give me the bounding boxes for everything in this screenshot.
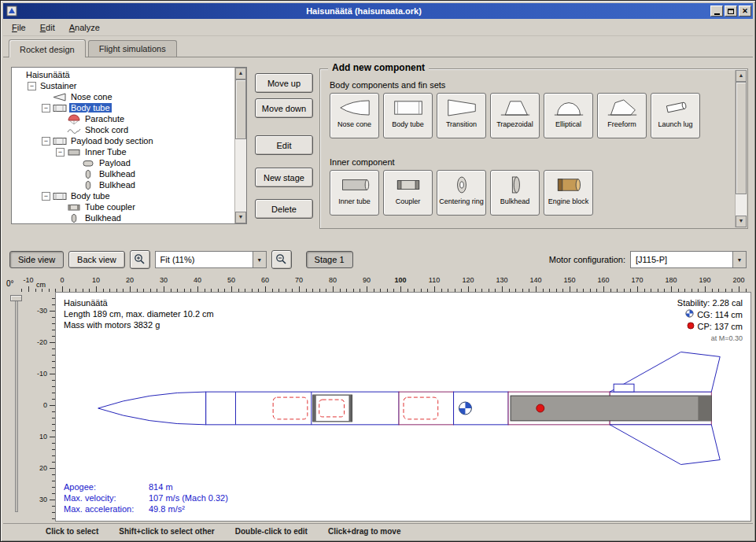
close-button[interactable]: ✕ [739, 6, 751, 17]
menu-file[interactable]: File [5, 20, 33, 35]
stage-1-button[interactable]: Stage 1 [306, 251, 353, 268]
minimize-button[interactable] [710, 6, 723, 17]
rotation-slider-thumb[interactable] [10, 295, 22, 301]
status-hint: Click to select [46, 527, 98, 536]
coupler-section-shape[interactable] [399, 392, 454, 425]
flight-data-label: Apogee: [64, 481, 149, 492]
scrollbar-thumb[interactable] [235, 79, 246, 139]
cg-symbol[interactable] [459, 402, 472, 415]
tab-flight-simulations[interactable]: Flight simulations [88, 40, 177, 57]
tree-item-nose-cone[interactable]: Nose cone [12, 91, 234, 102]
zoom-out-icon [275, 253, 287, 267]
ruler-tick [739, 286, 739, 292]
rotation-slider[interactable] [15, 298, 18, 512]
palette-trapezoidal-button[interactable]: Trapezoidal [490, 93, 540, 138]
tree-item-label: Payload body section [69, 136, 155, 146]
new-stage-button[interactable]: New stage [255, 168, 313, 187]
menu-bar: FileEditAnalyze [3, 19, 753, 36]
fin-lower-shape[interactable] [610, 425, 720, 465]
palette-centering-ring-button[interactable]: Centering ring [437, 170, 486, 216]
status-hint: Double-click to edit [235, 527, 308, 536]
flight-data-row: Apogee:814 m [64, 481, 228, 492]
back-view-button[interactable]: Back view [68, 251, 125, 268]
app-window: Haisunäätä (haisunaata.ork) ✕ FileEditAn… [0, 0, 756, 542]
scroll-up-icon[interactable]: ▲ [235, 68, 246, 79]
palette-button-label: Launch lug [658, 120, 692, 128]
tree-item-bulkhead[interactable]: Bulkhead [12, 212, 234, 223]
palette-transition-button[interactable]: Transition [437, 93, 486, 138]
palette-scrollbar[interactable]: ▲ ▼ [735, 70, 747, 227]
edit-button[interactable]: Edit [255, 135, 313, 155]
scroll-down-icon[interactable]: ▼ [736, 216, 747, 227]
chevron-down-icon[interactable]: ▼ [253, 252, 266, 267]
motor-config-select[interactable]: [J115-P] ▼ [630, 251, 747, 268]
tree-item-payload[interactable]: Payload [12, 157, 234, 168]
palette-button-label: Trapezoidal [496, 120, 533, 128]
tree-item-parachute[interactable]: Parachute [12, 113, 234, 124]
tree-expander-icon[interactable]: − [28, 82, 36, 90]
inner-tube-shape[interactable] [313, 395, 352, 422]
scrollbar-track[interactable] [235, 79, 246, 212]
cg-icon [685, 309, 694, 321]
scrollbar-track[interactable] [736, 82, 747, 216]
tree-expander-icon[interactable]: − [42, 192, 50, 201]
tree-item-label: Payload [98, 158, 132, 168]
palette-coupler-button[interactable]: Coupler [383, 170, 433, 216]
tree-item-haisun-t[interactable]: Haisunäätä [12, 69, 234, 80]
tree-scrollbar[interactable]: ▲ ▼ [234, 68, 246, 223]
delete-button[interactable]: Delete [255, 199, 313, 219]
status-bar: Click to selectShift+click to select oth… [3, 523, 753, 539]
palette-body-tube-button[interactable]: Body tube [383, 93, 433, 138]
tree-expander-icon[interactable]: − [56, 148, 65, 157]
palette-inner-tube-button[interactable]: Inner tube [330, 170, 379, 216]
palette-button-label: Centering ring [439, 197, 484, 205]
palette-freeform-button[interactable]: Freeform [597, 93, 647, 138]
chevron-down-icon[interactable]: ▼ [732, 252, 746, 267]
tree-expander-icon[interactable]: − [42, 104, 50, 112]
move-up-button[interactable]: Move up [255, 73, 313, 93]
rocket-canvas[interactable]: Haisunäätä Length 189 cm, max. diameter … [55, 292, 751, 522]
stability-info: Stability: 2.28 cal CG: 114 cm CP: 137 c… [677, 297, 743, 345]
body-tube-icon [53, 191, 67, 201]
tree-item-bulkhead[interactable]: Bulkhead [12, 179, 234, 190]
ruler-tick [468, 286, 469, 292]
ruler-tick [299, 286, 300, 292]
scroll-down-icon[interactable]: ▼ [235, 212, 246, 223]
ruler-tick [231, 286, 232, 292]
palette-bulkhead-button[interactable]: Bulkhead [490, 170, 540, 216]
tree-item-body-tube[interactable]: −Body tube [12, 190, 234, 201]
scroll-up-icon[interactable]: ▲ [736, 70, 747, 82]
ruler-label: 170 [631, 276, 643, 284]
palette-launch-lug-button[interactable]: Launch lug [651, 93, 700, 138]
scrollbar-thumb[interactable] [736, 82, 747, 194]
palette-button-label: Coupler [396, 197, 421, 205]
palette-elliptical-button[interactable]: Elliptical [544, 93, 593, 138]
tree-item-tube-coupler[interactable]: Tube coupler [12, 201, 234, 212]
move-down-button[interactable]: Move down [255, 98, 313, 118]
maximize-button[interactable] [725, 6, 737, 17]
palette-engine-block-button[interactable]: Engine block [544, 170, 593, 216]
palette-nose-cone-button[interactable]: Nose cone [330, 93, 379, 138]
menu-edit[interactable]: Edit [33, 20, 62, 35]
body-tube-shape[interactable] [206, 392, 399, 425]
menu-analyze[interactable]: Analyze [62, 20, 107, 35]
launch-lug-shape[interactable] [614, 384, 634, 392]
tree-item-bulkhead[interactable]: Bulkhead [12, 168, 234, 179]
side-view-button[interactable]: Side view [9, 251, 64, 268]
zoom-select[interactable]: Fit (11%) ▼ [155, 251, 267, 268]
tree-item-payload-body-section[interactable]: −Payload body section [12, 135, 234, 146]
tree-expander-icon[interactable]: − [42, 137, 50, 146]
zoom-in-button[interactable] [130, 250, 150, 269]
tree-item-inner-tube[interactable]: −Inner Tube [12, 146, 234, 157]
ruler-label: 100 [394, 276, 406, 284]
title-bar[interactable]: Haisunäätä (haisunaata.ork) ✕ [3, 3, 753, 19]
nose-cone-shape[interactable] [98, 392, 206, 425]
zoom-out-button[interactable] [271, 250, 292, 269]
tree-item-body-tube[interactable]: −Body tube [12, 102, 234, 113]
tree-item-sustainer[interactable]: −Sustainer [12, 80, 234, 91]
tree-item-shock-cord[interactable]: Shock cord [12, 124, 234, 135]
palette-group-label: Body components and fin sets [330, 80, 445, 90]
tree-rows: Haisunäätä−SustainerNose cone−Body tubeP… [12, 68, 234, 223]
cp-symbol[interactable] [537, 404, 544, 412]
tab-rocket-design[interactable]: Rocket design [9, 39, 86, 57]
